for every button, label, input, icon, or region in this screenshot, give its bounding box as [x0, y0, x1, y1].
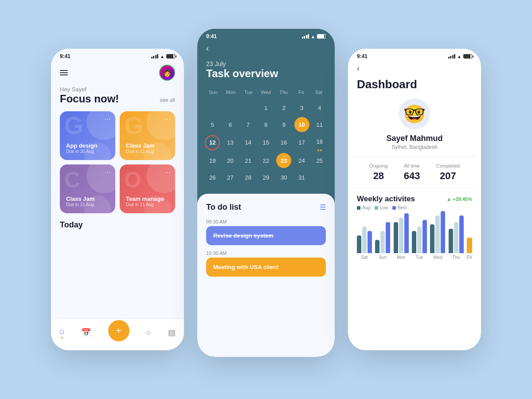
- bar-group-Thu: Thu: [449, 209, 464, 260]
- bar-teal: [430, 224, 434, 253]
- user-avatar[interactable]: 👩: [159, 65, 175, 81]
- cal-day-27[interactable]: 27: [222, 170, 238, 185]
- cal-day-23[interactable]: 23: [276, 153, 292, 168]
- cal-day-29[interactable]: 29: [258, 170, 274, 185]
- cal-day-11[interactable]: 11: [312, 117, 328, 132]
- back-button-2[interactable]: ‹: [206, 44, 209, 53]
- growth-arrow: ▲: [446, 196, 451, 202]
- bar-day-label-Thu: Thu: [452, 255, 460, 260]
- cal-day-12[interactable]: 12: [204, 134, 220, 151]
- growth-value: +29.45%: [453, 196, 472, 202]
- bar-group-Tue: Tue: [412, 209, 427, 260]
- cal-day-2[interactable]: 2: [276, 100, 292, 115]
- bar-chart: SatSunMonTueWedThuFri: [357, 215, 472, 269]
- cal-day-9[interactable]: 9: [276, 117, 292, 132]
- card-due-1: Due in 20 Aug: [66, 149, 109, 154]
- card-due-2: Due in 21 Aug: [126, 149, 169, 154]
- cal-day-8[interactable]: 8: [258, 117, 274, 132]
- status-bar-1: 9:41 ▲: [51, 49, 184, 61]
- bar-orange: [467, 238, 472, 253]
- task-card-4[interactable]: ⋯ O Team manage Due in 21 Aug: [120, 164, 175, 213]
- nav-home[interactable]: ⌂: [59, 327, 64, 339]
- calendar-header: Sun Mon Tue Wed Thu Fri Sat: [204, 88, 328, 97]
- stat-label-completed: Completed: [436, 163, 460, 168]
- todo-time-2: 10:30 AM: [206, 250, 326, 256]
- see-all-link[interactable]: see all: [160, 97, 175, 105]
- cal-day-21[interactable]: 21: [240, 153, 256, 168]
- cal-empty-3: [240, 100, 256, 115]
- task-card-1[interactable]: ⋯ G App design Due in 20 Aug: [60, 111, 115, 160]
- weekly-growth: ▲ +29.45%: [446, 196, 472, 202]
- bar-light: [435, 215, 440, 253]
- day-thu: Thu: [275, 88, 293, 97]
- bar-blue: [441, 211, 445, 253]
- dashboard-title: Dashboard: [348, 78, 481, 98]
- cal-day-30[interactable]: 30: [276, 170, 292, 185]
- task-card-3[interactable]: ⋯ C Class Jam Due in 21 Aug: [60, 164, 115, 213]
- nav-stats[interactable]: ▤: [168, 328, 176, 337]
- add-icon[interactable]: +: [108, 320, 129, 341]
- cal-day-1[interactable]: 1: [258, 100, 274, 115]
- card-due-3: Due in 21 Aug: [66, 202, 109, 207]
- todo-card-2[interactable]: Meeting with USA client: [206, 258, 326, 277]
- cal-day-24[interactable]: 24: [293, 153, 309, 168]
- cal-day-25[interactable]: 25: [312, 153, 328, 168]
- cal-day-28[interactable]: 28: [240, 170, 256, 185]
- cal-day-18[interactable]: 18: [312, 134, 328, 151]
- month-label: 23 July: [206, 60, 326, 67]
- cal-day-14[interactable]: 14: [240, 134, 256, 151]
- wifi-icon-3: ▲: [457, 54, 462, 59]
- cal-day-5[interactable]: 5: [204, 117, 220, 132]
- bar-teal: [412, 231, 416, 253]
- bar-day-label-Sun: Sun: [379, 255, 387, 260]
- bar-group-Wed: Wed: [430, 209, 445, 260]
- todo-section: To do list ☰ 09:30 AM Revise design syst…: [197, 194, 335, 357]
- bar-blue: [386, 222, 390, 253]
- back-button-3[interactable]: ‹: [357, 64, 360, 73]
- cal-day-10[interactable]: 10: [293, 117, 309, 132]
- cal-day-19[interactable]: 19: [204, 153, 220, 168]
- todo-header: To do list ☰: [206, 203, 326, 212]
- cal-day-13[interactable]: 13: [222, 134, 238, 151]
- bar-blue: [404, 213, 409, 253]
- weekly-section: Weekly activites ▲ +29.45% Aug Low Best …: [348, 188, 481, 275]
- cal-empty-end: [312, 170, 328, 185]
- weekly-title: Weekly activites: [357, 195, 415, 203]
- status-bar-3: 9:41 ▲: [348, 49, 481, 61]
- today-section: Today: [51, 213, 184, 233]
- card-title-4: Team manage: [126, 196, 169, 202]
- signal-icon-3: [448, 54, 456, 59]
- nav-calendar[interactable]: 📅: [81, 328, 91, 337]
- status-icons-2: ▲: [302, 34, 326, 39]
- cal-day-17[interactable]: 17: [293, 134, 309, 151]
- cal-day-6[interactable]: 6: [222, 117, 238, 132]
- cal-empty-2: [222, 100, 238, 115]
- cal-day-15[interactable]: 15: [258, 134, 274, 151]
- battery-icon: [166, 54, 175, 59]
- cal-day-4[interactable]: 4: [312, 100, 328, 115]
- cal-day-16[interactable]: 16: [276, 134, 292, 151]
- menu-button[interactable]: [60, 70, 68, 75]
- cal-day-26[interactable]: 26: [204, 170, 220, 185]
- wifi-icon-2: ▲: [311, 34, 315, 39]
- todo-card-1[interactable]: Revise design system: [206, 226, 326, 245]
- nav-search[interactable]: ○: [146, 328, 151, 337]
- nav-add[interactable]: +: [108, 324, 129, 341]
- cal-day-3[interactable]: 3: [293, 100, 309, 115]
- day-sun: Sun: [204, 88, 222, 97]
- filter-icon[interactable]: ☰: [320, 203, 326, 211]
- profile-section: 🤓 Sayef Mahmud Sylhet, Bangladesh: [348, 98, 481, 156]
- phone1-header: 👩: [51, 61, 184, 86]
- bar-teal: [375, 240, 379, 253]
- bar-group-Sun: Sun: [375, 209, 390, 260]
- task-card-2[interactable]: ⋯ G Class Jam Due in 21 Aug: [120, 111, 175, 160]
- cal-day-22[interactable]: 22: [258, 153, 274, 168]
- cal-day-31[interactable]: 31: [293, 170, 309, 185]
- stats-icon: ▤: [168, 328, 176, 337]
- cal-day-20[interactable]: 20: [222, 153, 238, 168]
- greeting-text: Hey Sayef: [60, 86, 175, 93]
- cal-day-7[interactable]: 7: [240, 117, 256, 132]
- avatar-emoji: 🤓: [403, 104, 426, 125]
- wifi-icon: ▲: [160, 54, 164, 59]
- todo-title: To do list: [206, 203, 241, 212]
